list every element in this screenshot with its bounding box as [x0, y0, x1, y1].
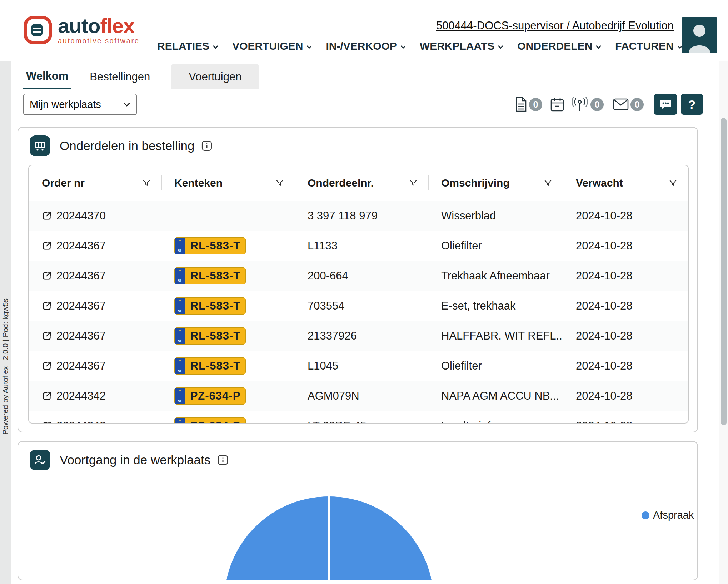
- chevron-down-icon: [400, 45, 406, 49]
- table-row[interactable]: 20244367 ✶NL RL-583-T 703554 E-set, trek…: [29, 291, 688, 321]
- user-account-link[interactable]: 500444-DOCS-supervisor / Autobedrijf Evo…: [436, 19, 674, 32]
- col-label: Verwacht: [576, 177, 623, 189]
- table-row[interactable]: 20244342 ✶NL PZ-634-P LT-09RE-45 Laadtar…: [29, 411, 688, 424]
- orders-table: Order nr Kenteken Onderdeelnr. Omschrijv…: [28, 165, 689, 424]
- powered-by-strip: Powered by Autoflex | 2.0.0 | Pod: kgw5s: [0, 61, 11, 584]
- chevron-down-icon: [498, 45, 504, 49]
- app-header: autoflex automotive software RELATIES VO…: [0, 0, 728, 61]
- antenna-indicator[interactable]: 0: [571, 97, 604, 112]
- part-description: Wisserblad: [428, 209, 563, 222]
- antenna-icon: [571, 97, 589, 112]
- order-number: 20244367: [56, 269, 106, 282]
- chevron-down-icon: [213, 45, 219, 49]
- table-row[interactable]: 20244367 ✶NL RL-583-T L1045 Oliefilter 2…: [29, 351, 688, 381]
- expected-date: 2024-10-28: [563, 330, 688, 342]
- plate-eu-band: ✶NL: [175, 358, 185, 374]
- workshop-select[interactable]: Mijn werkplaats: [23, 94, 137, 115]
- part-number: 703554: [295, 300, 428, 312]
- brand-tagline: automotive software: [58, 37, 139, 45]
- document-icon: [515, 97, 527, 112]
- eu-stars-icon: ✶: [179, 269, 181, 273]
- filter-icon[interactable]: [544, 179, 552, 187]
- nav-facturen[interactable]: FACTUREN: [615, 40, 683, 52]
- chevron-down-icon: [123, 102, 130, 107]
- open-order-icon[interactable]: [42, 211, 52, 221]
- open-order-icon[interactable]: [42, 391, 52, 401]
- nav-label: ONDERDELEN: [517, 40, 592, 52]
- chat-button[interactable]: [654, 94, 677, 115]
- open-order-icon[interactable]: [42, 301, 52, 311]
- plate-number: RL-583-T: [185, 298, 245, 314]
- tab-welkom[interactable]: Welkom: [23, 64, 71, 89]
- scrollbar-thumb[interactable]: [721, 118, 727, 425]
- license-plate: ✶NL RL-583-T: [174, 297, 246, 315]
- license-plate: ✶NL RL-583-T: [174, 357, 246, 375]
- progress-card-title: Voortgang in de werkplaats: [60, 453, 210, 467]
- license-plate: ✶NL PZ-634-P: [174, 417, 246, 424]
- part-description: Oliefilter: [428, 239, 563, 252]
- nav-onderdelen[interactable]: ONDERDELEN: [517, 40, 602, 52]
- part-description: Trekhaak Afneembaar: [428, 269, 563, 282]
- filter-icon[interactable]: [275, 179, 284, 187]
- antenna-badge: 0: [590, 98, 604, 111]
- table-row[interactable]: 20244370 3 397 118 979 Wisserblad 2024-1…: [29, 201, 688, 231]
- table-row[interactable]: 20244367 ✶NL RL-583-T 21337926 HALFFABR.…: [29, 321, 688, 351]
- orders-table-header: Order nr Kenteken Onderdeelnr. Omschrijv…: [29, 165, 688, 201]
- filter-icon[interactable]: [669, 179, 677, 187]
- open-order-icon[interactable]: [42, 271, 52, 281]
- nav-in-verkoop[interactable]: IN-/VERKOOP: [326, 40, 406, 52]
- eu-stars-icon: ✶: [179, 299, 181, 303]
- expected-date: 2024-10-28: [563, 300, 688, 312]
- order-number: 20244367: [56, 330, 106, 342]
- table-row[interactable]: 20244367 ✶NL RL-583-T 200-664 Trekhaak A…: [29, 261, 688, 291]
- avatar[interactable]: [682, 17, 717, 53]
- calendar-indicator[interactable]: [550, 97, 564, 112]
- progress-pie-chart: [224, 496, 434, 580]
- legend-label: Afspraak: [653, 509, 694, 521]
- license-plate: ✶NL RL-583-T: [174, 237, 246, 254]
- help-button[interactable]: ?: [681, 94, 703, 115]
- plate-eu-band: ✶NL: [175, 328, 185, 344]
- tab-voertuigen[interactable]: Voertuigen: [171, 64, 259, 89]
- open-order-icon[interactable]: [42, 241, 52, 251]
- info-icon[interactable]: [201, 140, 212, 151]
- part-description: HALFFABR. WIT REFL...: [428, 330, 563, 342]
- info-icon[interactable]: [218, 455, 228, 465]
- mail-indicator[interactable]: 0: [613, 98, 644, 111]
- filter-icon[interactable]: [142, 179, 151, 187]
- toolbar-icons: 0 0 0 ?: [515, 94, 703, 115]
- open-order-icon[interactable]: [42, 331, 52, 341]
- license-plate: ✶NL RL-583-T: [174, 327, 246, 345]
- autoflex-logo-icon: [23, 15, 53, 45]
- eu-stars-icon: ✶: [179, 359, 181, 363]
- plate-number: RL-583-T: [185, 268, 245, 284]
- order-number: 20244342: [56, 420, 106, 424]
- tab-bestellingen[interactable]: Bestellingen: [87, 64, 153, 89]
- plate-number: PZ-634-P: [185, 418, 245, 424]
- nav-werkplaats[interactable]: WERKPLAATS: [420, 40, 504, 52]
- open-order-icon[interactable]: [42, 421, 52, 424]
- table-row[interactable]: 20244342 ✶NL PZ-634-P AGM079N NAPA AGM A…: [29, 381, 688, 411]
- nav-label: IN-/VERKOOP: [326, 40, 397, 52]
- license-plate: ✶NL PZ-634-P: [174, 387, 246, 405]
- plate-number: RL-583-T: [185, 358, 245, 374]
- vertical-scrollbar[interactable]: [719, 61, 728, 584]
- col-header-verwacht: Verwacht: [563, 165, 688, 201]
- documents-badge: 0: [529, 98, 542, 111]
- person-icon: [682, 17, 717, 53]
- expected-date: 2024-10-28: [563, 360, 688, 372]
- part-number: AGM079N: [295, 390, 428, 402]
- order-number: 20244370: [56, 209, 106, 222]
- main-nav: RELATIES VOERTUIGEN IN-/VERKOOP WERKPLAA…: [157, 40, 683, 52]
- table-row[interactable]: 20244367 ✶NL RL-583-T L1133 Oliefilter 2…: [29, 231, 688, 261]
- part-number: L1045: [295, 360, 428, 372]
- nav-voertuigen[interactable]: VOERTUIGEN: [232, 40, 312, 52]
- part-description: NAPA AGM ACCU NB...: [428, 390, 563, 402]
- order-number: 20244367: [56, 300, 106, 312]
- open-order-icon[interactable]: [42, 361, 52, 371]
- nav-relaties[interactable]: RELATIES: [157, 40, 219, 52]
- part-description: Laadtarief: [428, 420, 563, 424]
- chevron-down-icon: [306, 45, 312, 49]
- documents-indicator[interactable]: 0: [515, 97, 542, 112]
- filter-icon[interactable]: [409, 179, 418, 187]
